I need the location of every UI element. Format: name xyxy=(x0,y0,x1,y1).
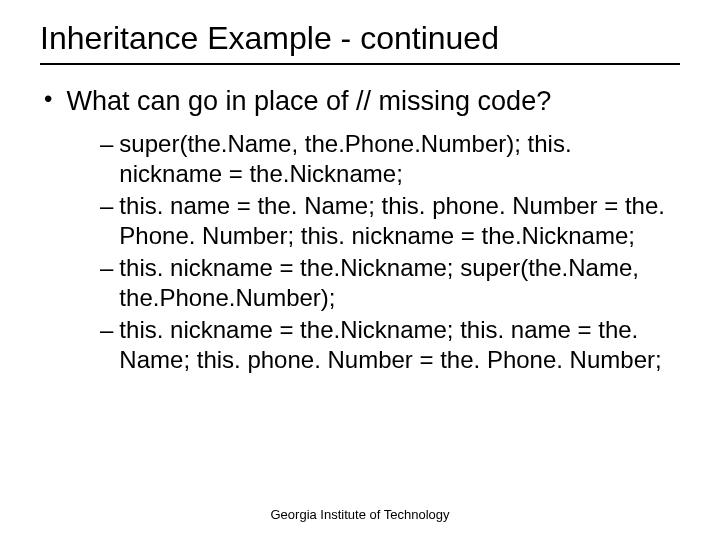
option-list: – super(the.Name, the.Phone.Number); thi… xyxy=(100,129,680,375)
bullet-dot-icon: • xyxy=(44,85,52,113)
dash-icon: – xyxy=(100,253,113,283)
option-text: this. name = the. Name; this. phone. Num… xyxy=(119,191,680,251)
main-bullet: • What can go in place of // missing cod… xyxy=(40,85,680,117)
list-item: – super(the.Name, the.Phone.Number); thi… xyxy=(100,129,680,189)
list-item: – this. nickname = the.Nickname; super(t… xyxy=(100,253,680,313)
dash-icon: – xyxy=(100,191,113,221)
main-bullet-text: What can go in place of // missing code? xyxy=(66,85,551,117)
dash-icon: – xyxy=(100,315,113,345)
option-text: this. nickname = the.Nickname; this. nam… xyxy=(119,315,680,375)
footer-text: Georgia Institute of Technology xyxy=(0,507,720,522)
list-item: – this. nickname = the.Nickname; this. n… xyxy=(100,315,680,375)
option-text: super(the.Name, the.Phone.Number); this.… xyxy=(119,129,680,189)
dash-icon: – xyxy=(100,129,113,159)
slide-title: Inheritance Example - continued xyxy=(40,20,680,65)
list-item: – this. name = the. Name; this. phone. N… xyxy=(100,191,680,251)
option-text: this. nickname = the.Nickname; super(the… xyxy=(119,253,680,313)
